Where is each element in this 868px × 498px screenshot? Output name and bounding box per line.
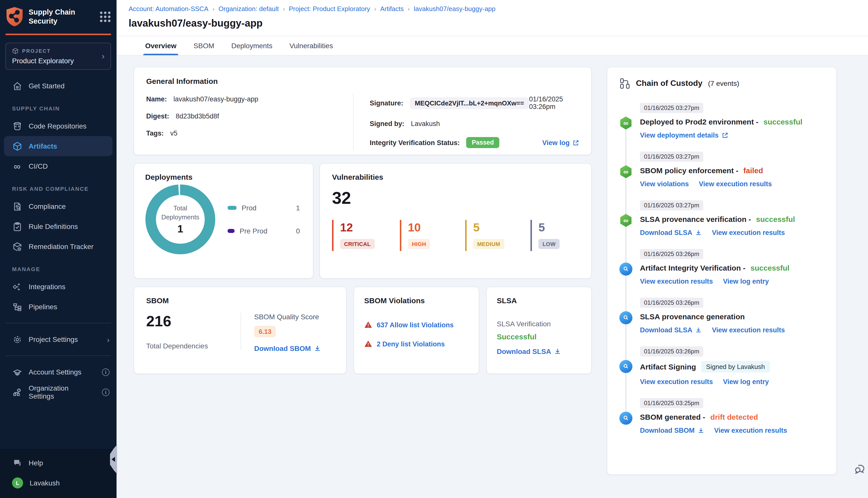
sidebar-item-code-repositories[interactable]: Code Repositories — [0, 116, 117, 136]
custody-event-integrity-verification: 01/16/2025 03:26pm Artifact Integrity Ve… — [619, 249, 824, 298]
breadcrumb-artifacts[interactable]: Artifacts — [380, 5, 404, 13]
download-sbom-link[interactable]: Download SBOM — [254, 344, 321, 352]
app-title: Supply Chain Security — [29, 8, 75, 26]
view-execution-results-link[interactable]: View execution results — [712, 229, 785, 236]
content: General Information Name:lavakush07/easy… — [117, 56, 868, 498]
view-execution-results-link[interactable]: View execution results — [699, 180, 772, 188]
artifact-name: lavakush07/easy-buggy-app — [173, 95, 258, 103]
allow-list-violations-link[interactable]: 637 Allow list Violations — [377, 321, 454, 329]
cicd-infinity-icon — [12, 161, 22, 171]
tab-bar: Overview SBOM Deployments Vulnerabilitie… — [117, 36, 868, 56]
slsa-verification-status: Successful — [497, 332, 581, 341]
integrity-status-label: Integrity Verification Status: — [370, 139, 460, 146]
download-slsa-link[interactable]: Download SLSA — [640, 229, 702, 236]
deployments-title: Deployments — [145, 173, 302, 181]
tab-vulnerabilities[interactable]: Vulnerabilities — [289, 36, 333, 55]
download-icon — [314, 345, 321, 352]
svg-text:?: ? — [16, 460, 18, 463]
sidebar-item-rule-definitions[interactable]: Rule Definitions — [0, 217, 117, 236]
chat-bubbles-icon[interactable] — [853, 463, 867, 478]
sidebar-item-compliance[interactable]: Compliance — [0, 196, 117, 217]
custody-event-slsa-verification: 01/16/2025 03:27pm SLSA provenance verif… — [619, 200, 824, 249]
legend-prod: Prod 1 — [228, 204, 300, 212]
sidebar-item-integrations[interactable]: Integrations — [0, 277, 117, 297]
info-icon[interactable]: i — [102, 368, 109, 376]
chevron-right-icon — [102, 52, 104, 61]
view-execution-results-link[interactable]: View execution results — [640, 278, 713, 285]
project-name: Product Exploratory — [12, 57, 74, 65]
download-icon — [554, 348, 561, 355]
sidebar-item-get-started[interactable]: Get Started — [0, 76, 117, 96]
sidebar-divider — [5, 355, 111, 356]
apps-grid-icon[interactable] — [100, 11, 111, 22]
page-title: lavakush07/easy-buggy-app — [129, 17, 856, 29]
view-execution-results-link[interactable]: View execution results — [712, 326, 785, 334]
cube-icon — [12, 48, 18, 54]
user-menu[interactable]: L Lavakush — [0, 473, 117, 493]
deployments-card: Deployments TotalDeployments 1 — [134, 163, 313, 279]
sidebar-item-pipelines[interactable]: Pipelines — [0, 297, 117, 317]
sbom-total-label: Total Dependencies — [146, 342, 241, 350]
avatar: L — [12, 477, 23, 488]
vulnerabilities-card: Vulnerabilities 32 12 CRITICAL 10 HIGH — [320, 163, 592, 279]
info-icon[interactable]: i — [102, 388, 109, 396]
sidebar-item-artifacts[interactable]: Artifacts — [4, 136, 113, 156]
project-selector[interactable]: PROJECT Product Exploratory — [5, 43, 111, 70]
download-icon — [696, 230, 702, 236]
sidebar-item-cicd[interactable]: CI/CD — [0, 156, 117, 176]
sidebar-item-account-settings[interactable]: Account Settings i — [0, 362, 117, 382]
download-sbom-link[interactable]: Download SBOM — [640, 427, 704, 434]
section-risk-compliance: RISK AND COMPLIANCE — [0, 176, 117, 196]
view-deployment-details-link[interactable]: View deployment details — [640, 132, 728, 139]
name-label: Name: — [146, 95, 167, 103]
brand: Supply Chain Security — [0, 0, 117, 31]
section-supply-chain: SUPPLY CHAIN — [0, 96, 117, 116]
artifact-digest: 8d23bd3b5d8f — [176, 113, 219, 120]
section-manage: MANAGE — [0, 257, 117, 277]
view-execution-results-link[interactable]: View execution results — [640, 378, 713, 385]
sbom-violations-title: SBOM Violations — [364, 296, 469, 305]
tab-overview[interactable]: Overview — [145, 36, 177, 55]
help-chat-icon: ? — [12, 458, 22, 468]
signature-value: MEQCICde2VjIT...bL+2+mqnOXw== — [410, 97, 529, 109]
compliance-doc-icon — [12, 201, 22, 211]
gear-icon — [12, 335, 22, 344]
tab-sbom[interactable]: SBOM — [194, 36, 214, 55]
view-log-entry-link[interactable]: View log entry — [723, 278, 769, 285]
chain-of-custody-panel: Chain of Custody (7 events) 01/16/2025 0… — [607, 67, 837, 475]
status-badge-passed: Passed — [466, 137, 500, 148]
breadcrumb-current[interactable]: lavakush07/easy-buggy-app — [414, 5, 495, 13]
breadcrumb-account[interactable]: Account: Automation-SSCA — [129, 5, 208, 13]
severity-low: 5 LOW — [530, 220, 571, 251]
sidebar-item-remediation-tracker[interactable]: Remediation Tracker — [0, 236, 117, 257]
artifacts-box-icon — [12, 141, 22, 151]
view-violations-link[interactable]: View violations — [640, 180, 689, 188]
download-slsa-link[interactable]: Download SLSA — [640, 326, 702, 334]
sidebar-item-organization-settings[interactable]: Organization Settings i — [0, 382, 117, 402]
org-settings-icon — [12, 387, 22, 397]
download-icon — [698, 427, 704, 434]
sbom-violations-card: SBOM Violations 637 Allow list Violation… — [354, 287, 479, 374]
view-log-link[interactable]: View log — [542, 139, 579, 146]
signature-label: Signature: — [370, 99, 403, 107]
general-information-card: General Information Name:lavakush07/easy… — [134, 67, 592, 155]
hierarchy-icon — [619, 78, 631, 89]
slsa-verification-label: SLSA Verification — [497, 320, 581, 328]
sidebar-item-help[interactable]: ? Help — [0, 453, 117, 473]
download-slsa-link[interactable]: Download SLSA — [497, 348, 561, 355]
view-log-entry-link[interactable]: View log entry — [723, 378, 769, 385]
deny-list-violations-link[interactable]: 2 Deny list Violations — [377, 340, 445, 348]
external-link-icon — [573, 139, 579, 146]
sbom-quality-score-label: SBOM Quality Score — [254, 313, 321, 321]
tab-deployments[interactable]: Deployments — [231, 36, 272, 55]
view-execution-results-link[interactable]: View execution results — [714, 427, 787, 434]
sidebar-item-project-settings[interactable]: Project Settings — [0, 329, 117, 350]
user-name: Lavakush — [30, 479, 60, 487]
sbom-card: SBOM 216 Total Dependencies SBOM Quality… — [134, 287, 347, 374]
custody-event-deploy: 01/16/2025 03:27pm Deployed to Prod2 env… — [619, 103, 824, 152]
breadcrumb-organization[interactable]: Organization: default — [219, 5, 279, 13]
shield-logo-icon — [5, 6, 24, 27]
signed-by-value: Lavakush — [411, 120, 440, 128]
sidebar-bottom: ? Help L Lavakush — [0, 449, 117, 498]
breadcrumb-project[interactable]: Project: Product Exploratory — [289, 5, 370, 13]
